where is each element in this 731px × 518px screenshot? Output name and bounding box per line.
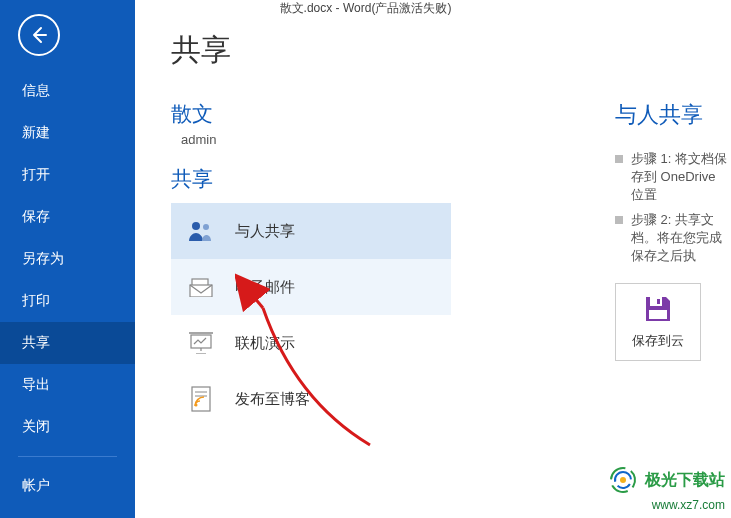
sidebar-separator: [18, 456, 117, 457]
content-area: 共享 散文 admin 共享 与人共享: [135, 0, 731, 518]
people-icon: [185, 220, 217, 242]
sidebar-item-account[interactable]: 帐户: [0, 465, 135, 507]
sidebar-item-save[interactable]: 保存: [0, 196, 135, 238]
svg-point-0: [192, 222, 200, 230]
watermark-title: 极光下载站: [645, 471, 725, 488]
backstage-sidebar: 信息 新建 打开 保存 另存为 打印 共享 导出 关闭 帐户 选项: [0, 0, 135, 518]
share-option-present-online[interactable]: 联机演示: [171, 315, 451, 371]
sidebar-item-options[interactable]: 选项: [0, 507, 135, 518]
share-step-1: 步骤 1: 将文档保存到 OneDrive 位置: [615, 150, 731, 205]
step-text: 步骤 1: 将文档保存到 OneDrive 位置: [631, 150, 731, 205]
svg-point-15: [620, 477, 626, 483]
back-button[interactable]: [18, 14, 60, 56]
share-option-label: 电子邮件: [235, 278, 295, 297]
back-arrow-icon: [30, 26, 48, 44]
share-step-2: 步骤 2: 共享文档。将在您完成保存之后执: [615, 211, 731, 266]
bullet-icon: [615, 155, 623, 163]
svg-rect-4: [191, 335, 211, 348]
share-options-list: 与人共享 电子邮件: [171, 203, 451, 427]
share-option-publish-blog[interactable]: 发布至博客: [171, 371, 451, 427]
share-right-panel: 与人共享 步骤 1: 将文档保存到 OneDrive 位置 步骤 2: 共享文档…: [615, 100, 731, 361]
share-option-email[interactable]: 电子邮件: [171, 259, 451, 315]
bullet-icon: [615, 216, 623, 224]
save-to-cloud-button[interactable]: 保存到云: [615, 283, 701, 361]
svg-rect-8: [192, 387, 210, 411]
blog-icon: [185, 386, 217, 412]
svg-rect-13: [657, 299, 660, 304]
document-author: admin: [181, 132, 451, 147]
document-name: 散文: [171, 100, 451, 128]
step-text: 步骤 2: 共享文档。将在您完成保存之后执: [631, 211, 731, 266]
share-section-title: 共享: [171, 165, 451, 193]
watermark: 极光下载站 www.xz7.com: [609, 466, 725, 512]
sidebar-item-open[interactable]: 打开: [0, 154, 135, 196]
svg-rect-12: [650, 297, 662, 306]
svg-point-11: [195, 404, 198, 407]
sidebar-item-close[interactable]: 关闭: [0, 406, 135, 448]
watermark-url: www.xz7.com: [652, 498, 725, 512]
share-option-label: 与人共享: [235, 222, 295, 241]
svg-point-1: [203, 224, 209, 230]
sidebar-item-info[interactable]: 信息: [0, 70, 135, 112]
share-option-label: 联机演示: [235, 334, 295, 353]
sidebar-item-new[interactable]: 新建: [0, 112, 135, 154]
sidebar-item-share[interactable]: 共享: [0, 322, 135, 364]
save-to-cloud-label: 保存到云: [632, 332, 684, 350]
page-title: 共享: [171, 30, 731, 71]
presentation-icon: [185, 332, 217, 354]
share-option-label: 发布至博客: [235, 390, 310, 409]
watermark-logo-icon: [609, 466, 637, 497]
share-option-with-people[interactable]: 与人共享: [171, 203, 451, 259]
envelope-icon: [185, 277, 217, 297]
right-panel-heading: 与人共享: [615, 100, 731, 130]
share-left-column: 散文 admin 共享 与人共享: [171, 100, 451, 427]
sidebar-item-export[interactable]: 导出: [0, 364, 135, 406]
svg-rect-14: [649, 310, 667, 319]
sidebar-item-print[interactable]: 打印: [0, 280, 135, 322]
sidebar-item-saveas[interactable]: 另存为: [0, 238, 135, 280]
save-icon: [643, 294, 673, 324]
